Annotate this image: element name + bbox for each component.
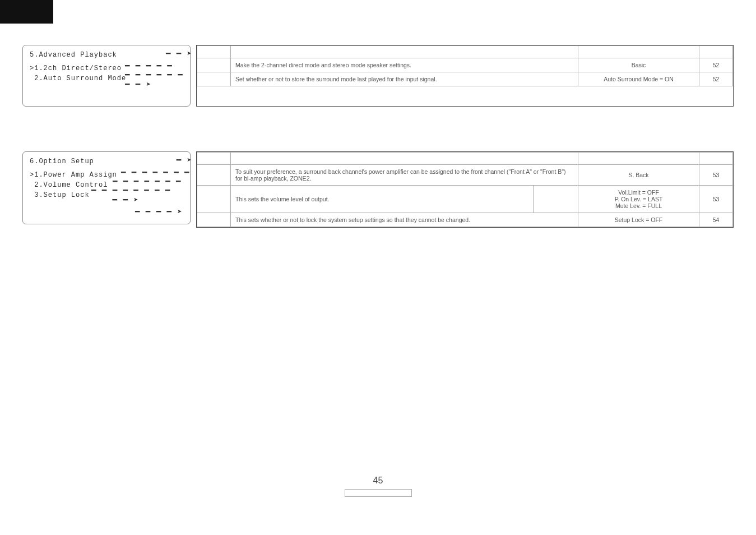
- table-header-blank: [231, 153, 578, 165]
- table-header-blank: [699, 153, 733, 165]
- row-label-blank: [197, 165, 231, 186]
- row-page: 53: [699, 186, 733, 213]
- table-row: This sets the volume level of output. Vo…: [197, 186, 733, 213]
- table-advanced-playback: Make the 2-channel direct mode and stere…: [196, 45, 734, 107]
- row-page: 52: [699, 58, 733, 72]
- arrow-icon: ━ ━ ━ ━ ━: [125, 61, 173, 71]
- table-header-blank: [578, 46, 699, 58]
- row-default: Basic: [578, 58, 699, 72]
- table-header-blank: [699, 46, 733, 58]
- arrow-icon: ━ ━ ━ ━ ━ ━ ━: [121, 168, 189, 177]
- row-desc: This sets the volume level of output.: [231, 186, 534, 213]
- row-default: Vol.Limit = OFF P. On Lev. = LAST Mute L…: [578, 186, 699, 213]
- page-underline-decoration: [345, 489, 412, 497]
- row-label-blank: [197, 58, 231, 72]
- menu-box-advanced-playback: 5.Advanced Playback >1.2ch Direct/Stereo…: [22, 45, 191, 107]
- header-black-tab: [0, 0, 53, 24]
- menu-title: 5.Advanced Playback: [30, 51, 183, 59]
- arrow-icon: ━ ━ ━ ━ ━ ━ ━: [113, 177, 181, 186]
- table-header-blank: [578, 153, 699, 165]
- row-page: 53: [699, 165, 733, 186]
- table-row: This sets whether or not to lock the sys…: [197, 213, 733, 227]
- section-option-setup: 6.Option Setup >1.Power Amp Assign 2.Vol…: [22, 151, 734, 228]
- row-page: 52: [699, 72, 733, 86]
- table-header-blank: [197, 46, 231, 58]
- row-subcol-blank: [534, 186, 578, 213]
- table-header-blank: [231, 46, 578, 58]
- row-default: Auto Surround Mode = ON: [578, 72, 699, 86]
- page-number: 45: [373, 476, 383, 485]
- arrow-icon: ━ ➤: [177, 155, 192, 165]
- table-row: To suit your preference, a surround back…: [197, 165, 733, 186]
- page-number-footer: 45: [0, 476, 756, 497]
- row-label-blank: [197, 72, 231, 86]
- row-default: Setup Lock = OFF: [578, 213, 699, 227]
- table-header-blank: [197, 153, 231, 165]
- row-desc: To suit your preference, a surround back…: [231, 165, 578, 186]
- menu-box-option-setup: 6.Option Setup >1.Power Amp Assign 2.Vol…: [22, 151, 191, 224]
- arrow-icon: ━ ━ ━ ━ ━ ━ ━ ━ ━ ━ ➤: [91, 186, 190, 205]
- menu-title: 6.Option Setup: [30, 158, 183, 165]
- row-label-blank: [197, 186, 231, 213]
- table-row: Make the 2-channel direct mode and stere…: [197, 58, 733, 72]
- section-advanced-playback: 5.Advanced Playback >1.2ch Direct/Stereo…: [22, 45, 734, 107]
- row-desc: Make the 2-channel direct mode and stere…: [231, 58, 578, 72]
- row-desc: This sets whether or not to lock the sys…: [231, 213, 578, 227]
- row-label-blank: [197, 213, 231, 227]
- arrow-icon: ━ ━ ➤: [166, 49, 192, 58]
- table-option-setup: To suit your preference, a surround back…: [196, 151, 734, 228]
- row-page: 54: [699, 213, 733, 227]
- table-row: Set whether or not to store the surround…: [197, 72, 733, 86]
- arrow-icon: ━ ━ ━ ━ ➤: [135, 207, 183, 216]
- row-desc: Set whether or not to store the surround…: [231, 72, 578, 86]
- row-default: S. Back: [578, 165, 699, 186]
- arrow-icon: ━ ━ ━ ━ ━ ━ ━ ━ ➤: [125, 70, 190, 89]
